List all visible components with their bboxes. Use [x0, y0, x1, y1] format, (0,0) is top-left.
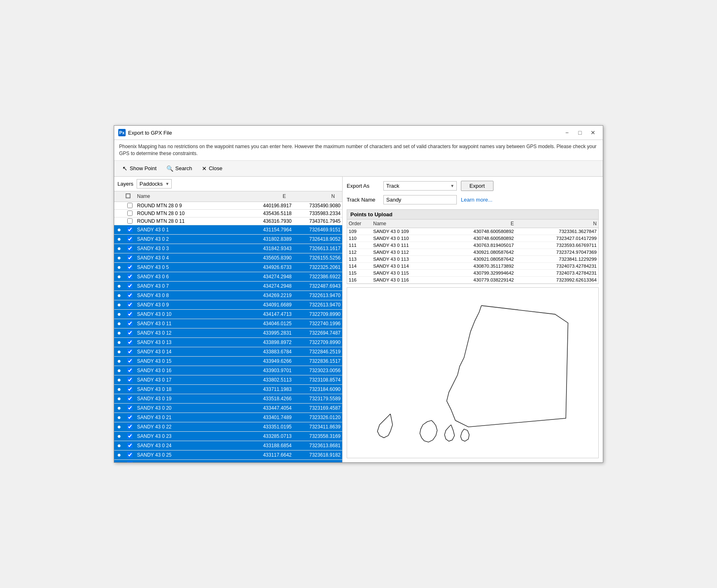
row-dot: ● [114, 441, 124, 450]
table-row[interactable]: ●SANDY 43 0 2431802.83897326418.9052 [114, 235, 342, 244]
close-button[interactable]: ✕ Close [198, 164, 226, 173]
row-checkbox[interactable] [127, 274, 133, 279]
row-e: 435436.5118 [244, 210, 293, 217]
row-e: 433011.1324 [244, 461, 293, 462]
row-dot: ● [114, 432, 124, 441]
layers-select[interactable]: Paddocks [137, 179, 172, 189]
row-checkbox[interactable] [127, 452, 133, 457]
table-row[interactable]: ●SANDY 43 0 18433711.19837323184.6090 [114, 385, 342, 394]
row-checkbox[interactable] [127, 386, 133, 392]
th-e: E [239, 193, 288, 200]
table-row[interactable]: ●SANDY 43 0 23433285.07137323558.3169 [114, 432, 342, 441]
table-row[interactable]: ●SANDY 43 0 24433188.68547323613.8681 [114, 441, 342, 450]
uncheck-all-icon[interactable] [126, 193, 131, 198]
row-dot: ● [114, 328, 124, 337]
row-checkbox-cell [124, 210, 135, 217]
table-row[interactable]: ●SANDY 43 0 7434274.29487322487.6943 [114, 282, 342, 291]
table-row[interactable]: ●SANDY 43 0 4435605.83907326155.5256 [114, 253, 342, 263]
row-checkbox-cell [124, 386, 135, 393]
row-checkbox[interactable] [127, 283, 133, 288]
table-row[interactable]: ●SANDY 43 0 11434046.01257322740.1996 [114, 319, 342, 328]
table-row[interactable]: ●SANDY 43 0 9434091.66897322613.9470 [114, 300, 342, 310]
row-checkbox[interactable] [127, 358, 133, 364]
row-e: 433995.2831 [244, 329, 293, 337]
pts-td-name: SANDY 43 0 114 [372, 263, 433, 269]
row-checkbox-cell [124, 235, 135, 242]
row-dot: ● [114, 253, 124, 262]
pts-td-order: 110 [347, 235, 372, 242]
row-n: 7343761.7945 [293, 217, 342, 225]
table-row[interactable]: ●SANDY 43 0 14433883.67847322846.2519 [114, 347, 342, 357]
row-checkbox[interactable] [127, 368, 133, 373]
row-checkbox[interactable] [127, 246, 133, 251]
table-row[interactable]: ●SANDY 43 0 21433401.74897323326.0120 [114, 413, 342, 422]
row-checkbox[interactable] [127, 405, 133, 410]
row-checkbox[interactable] [127, 264, 133, 270]
table-row[interactable]: ●SANDY 43 0 1431154.79647326469.9151 [114, 225, 342, 235]
table-row[interactable]: ●SANDY 43 0 19433518.42667323179.5589 [114, 394, 342, 404]
export-as-select[interactable]: Track [383, 181, 457, 191]
row-checkbox[interactable] [127, 349, 133, 354]
th-name: Name [135, 193, 239, 200]
row-checkbox[interactable] [127, 462, 133, 462]
track-name-input[interactable] [383, 195, 457, 204]
row-name: ROUND MTN 28 0 11 [135, 217, 244, 225]
row-checkbox[interactable] [127, 339, 133, 345]
table-row[interactable]: ROUND MTN 28 0 9440196.89177335490.9080 [114, 202, 342, 210]
row-checkbox[interactable] [127, 424, 133, 429]
table-row[interactable]: ●SANDY 43 0 13433898.89727322709.8990 [114, 338, 342, 347]
close-window-button[interactable]: ✕ [587, 128, 599, 137]
table-row[interactable]: ●SANDY 43 0 20433447.40547323169.4587 [114, 404, 342, 413]
table-row[interactable]: ●SANDY 43 0 8434269.22197322613.9470 [114, 291, 342, 300]
row-checkbox[interactable] [127, 203, 133, 208]
search-button[interactable]: 🔍 Search [162, 164, 196, 173]
row-name: SANDY 43 0 19 [135, 395, 244, 402]
table-row[interactable]: ROUND MTN 28 0 10435436.51187335983.2334 [114, 210, 342, 217]
row-checkbox[interactable] [127, 311, 133, 317]
row-checkbox[interactable] [127, 255, 133, 260]
minimize-button[interactable]: − [561, 128, 573, 137]
row-n: 7326613.1617 [293, 245, 342, 252]
table-row[interactable]: ●SANDY 43 0 10434147.47137322709.8990 [114, 310, 342, 319]
row-checkbox[interactable] [127, 227, 133, 232]
row-dot: ● [114, 385, 124, 394]
pts-td-e: 430870.351173892 [433, 263, 516, 269]
table-row[interactable]: ●SANDY 43 0 5434926.67337322325.2061 [114, 263, 342, 272]
row-checkbox[interactable] [127, 293, 133, 298]
table-row[interactable]: ●SANDY 43 0 22433351.01957323411.8639 [114, 422, 342, 432]
pts-td-order: 114 [347, 263, 372, 269]
row-checkbox[interactable] [127, 443, 133, 448]
table-row[interactable]: ●SANDY 43 0 25433117.66427323618.9182 [114, 450, 342, 460]
row-checkbox[interactable] [127, 415, 133, 420]
row-checkbox[interactable] [127, 218, 133, 224]
row-checkbox[interactable] [127, 302, 133, 307]
row-n: 7323326.0120 [293, 414, 342, 421]
table-row[interactable]: ●SANDY 43 0 15433949.62667322836.1517 [114, 357, 342, 366]
row-name: SANDY 43 0 18 [135, 386, 244, 393]
table-row[interactable]: ●SANDY 43 0 17433802.51137323108.8574 [114, 375, 342, 385]
row-dot: ● [114, 319, 124, 328]
row-checkbox[interactable] [127, 236, 133, 242]
row-checkbox[interactable] [127, 433, 133, 439]
table-row[interactable]: ROUND MTN 28 0 11436316.79307343761.7945 [114, 217, 342, 225]
row-dot: ● [114, 310, 124, 319]
row-checkbox[interactable] [127, 396, 133, 401]
table-row[interactable]: ●SANDY 43 0 12433995.28317322694.7487 [114, 328, 342, 338]
row-name: SANDY 43 0 23 [135, 433, 244, 440]
row-n: 7323613.8681 [293, 442, 342, 449]
table-row[interactable]: ●SANDY 43 0 3431842.93437326613.1617 [114, 244, 342, 253]
show-point-button[interactable]: ↖ Show Point [118, 163, 161, 174]
table-row[interactable]: ●SANDY 43 0 26433011.13247323553.2668 [114, 460, 342, 462]
row-checkbox[interactable] [127, 321, 133, 326]
table-row[interactable]: ●SANDY 43 0 6434274.29487322386.6922 [114, 272, 342, 282]
row-checkbox[interactable] [127, 330, 133, 335]
learn-more-link[interactable]: Learn more... [461, 197, 492, 203]
row-checkbox[interactable] [127, 377, 133, 382]
export-select-wrapper: Track ▼ [383, 181, 457, 191]
row-n: 7335490.9080 [293, 202, 342, 209]
row-checkbox[interactable] [127, 211, 133, 216]
maximize-button[interactable]: □ [574, 128, 586, 137]
export-button[interactable]: Export [461, 181, 493, 191]
table-row[interactable]: ●SANDY 43 0 16433903.97017323023.0056 [114, 366, 342, 375]
row-e: 431842.9343 [244, 245, 293, 252]
